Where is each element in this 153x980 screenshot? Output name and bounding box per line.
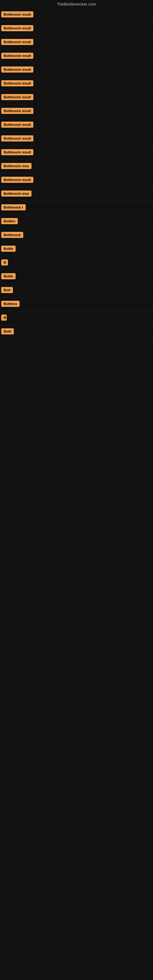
result-row[interactable]: Bottleneck result xyxy=(0,173,153,188)
bottleneck-badge[interactable]: Bottlens xyxy=(1,301,19,307)
site-title: TheBottlenecker.com xyxy=(0,0,153,8)
result-row[interactable]: Bottleneck result xyxy=(0,22,153,36)
bottleneck-badge[interactable]: Bottlen xyxy=(1,218,18,224)
result-row[interactable]: B xyxy=(0,256,153,270)
bottleneck-badge[interactable]: Bottleneck result xyxy=(1,11,33,18)
result-row[interactable]: Bottl xyxy=(0,325,153,339)
bottleneck-badge[interactable]: Bottleneck result xyxy=(1,67,33,73)
bottleneck-badge[interactable]: Bottleneck result xyxy=(1,122,33,128)
result-row[interactable]: Bottlens xyxy=(0,298,153,312)
bottleneck-badge[interactable]: Bottleneck result xyxy=(1,52,33,59)
bottleneck-badge[interactable]: Bottleneck result xyxy=(1,39,33,45)
result-row[interactable]: B xyxy=(0,312,153,325)
result-row[interactable]: Bottleneck resu xyxy=(0,160,153,173)
result-row[interactable]: Bott xyxy=(0,284,153,298)
result-row[interactable]: Bottleneck result xyxy=(0,8,153,22)
result-row[interactable]: Bottleneck result xyxy=(0,119,153,132)
bottleneck-badge[interactable]: Bottleneck resu xyxy=(1,191,32,197)
bottleneck-badge[interactable]: Bottleneck result xyxy=(1,80,33,86)
result-row[interactable]: Bottleneck result xyxy=(0,91,153,105)
bottleneck-badge[interactable]: Bottl xyxy=(1,328,14,334)
bottleneck-badge[interactable]: Bottleneck result xyxy=(1,135,33,142)
result-row[interactable]: Bottlen xyxy=(0,215,153,229)
result-row[interactable]: Bottle xyxy=(0,243,153,256)
bottleneck-badge[interactable]: Bottleneck result xyxy=(1,149,33,155)
result-row[interactable]: Bottleneck result xyxy=(0,49,153,64)
result-row[interactable]: Bottleneck resu xyxy=(0,188,153,201)
result-row[interactable]: Bottleneck result xyxy=(0,36,153,49)
result-row[interactable]: Bottleneck result xyxy=(0,64,153,77)
result-row[interactable]: Bottleneck r xyxy=(0,201,153,215)
bottleneck-badge[interactable]: Bottleneck xyxy=(1,232,23,238)
results-container: Bottleneck resultBottleneck resultBottle… xyxy=(0,8,153,339)
bottleneck-badge[interactable]: Bottleneck result xyxy=(1,25,33,31)
bottleneck-badge[interactable]: Bottleneck result xyxy=(1,108,33,114)
result-row[interactable]: Bottleneck result xyxy=(0,77,153,91)
bottleneck-badge[interactable]: B xyxy=(1,259,8,266)
bottleneck-badge[interactable]: Bottleneck r xyxy=(1,204,26,210)
bottleneck-badge[interactable]: Bottle xyxy=(1,246,16,252)
bottleneck-badge[interactable]: Bott xyxy=(1,287,13,293)
result-row[interactable]: Bottleneck xyxy=(0,229,153,243)
result-row[interactable]: Bottleneck result xyxy=(0,105,153,119)
bottleneck-badge[interactable]: Bottleneck resu xyxy=(1,163,32,169)
result-row[interactable]: Bottle xyxy=(0,270,153,284)
bottleneck-badge[interactable]: Bottleneck result xyxy=(1,177,33,183)
bottleneck-badge[interactable]: Bottle xyxy=(1,273,16,279)
result-row[interactable]: Bottleneck result xyxy=(0,132,153,146)
result-row[interactable]: Bottleneck result xyxy=(0,146,153,160)
bottleneck-badge[interactable]: B xyxy=(1,315,7,321)
bottleneck-badge[interactable]: Bottleneck result xyxy=(1,94,33,100)
